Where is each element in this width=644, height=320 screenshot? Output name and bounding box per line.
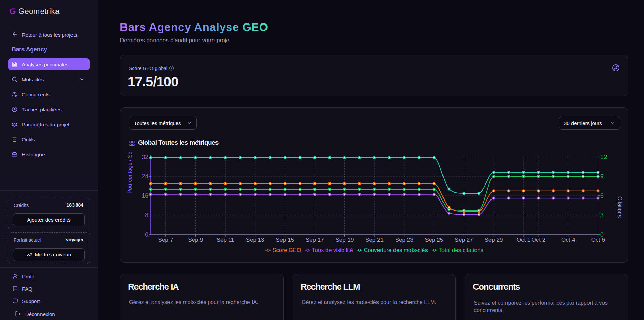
svg-text:0: 0	[145, 231, 148, 238]
svg-text:Sep 27: Sep 27	[455, 237, 473, 243]
svg-text:Sep 23: Sep 23	[395, 237, 414, 243]
svg-text:Sep 19: Sep 19	[335, 237, 354, 243]
svg-text:Sep 25: Sep 25	[425, 237, 443, 243]
svg-text:Citations: Citations	[617, 196, 623, 218]
svg-text:6: 6	[600, 192, 604, 199]
svg-text:Oct 1: Oct 1	[517, 237, 531, 243]
svg-text:Sep 13: Sep 13	[246, 237, 264, 243]
svg-text:Sep 21: Sep 21	[365, 237, 384, 243]
svg-text:Oct 6: Oct 6	[591, 237, 605, 243]
svg-text:9: 9	[600, 173, 604, 180]
svg-text:Oct 2: Oct 2	[531, 237, 545, 243]
svg-text:Sep 9: Sep 9	[188, 237, 203, 243]
svg-text:16: 16	[142, 192, 148, 199]
svg-text:24: 24	[142, 173, 149, 180]
svg-text:Sep 29: Sep 29	[484, 237, 503, 243]
svg-text:Sep 17: Sep 17	[306, 237, 324, 243]
svg-text:8: 8	[145, 212, 148, 219]
svg-text:Sep 7: Sep 7	[158, 237, 173, 243]
svg-text:Sep 11: Sep 11	[216, 237, 235, 243]
svg-text:Sep 15: Sep 15	[276, 237, 294, 243]
svg-text:32: 32	[142, 154, 148, 160]
svg-text:Oct 4: Oct 4	[561, 237, 575, 243]
svg-text:3: 3	[600, 212, 604, 219]
svg-text:Pourcentage / Sc: Pourcentage / Sc	[127, 152, 133, 194]
svg-text:12: 12	[600, 154, 607, 160]
